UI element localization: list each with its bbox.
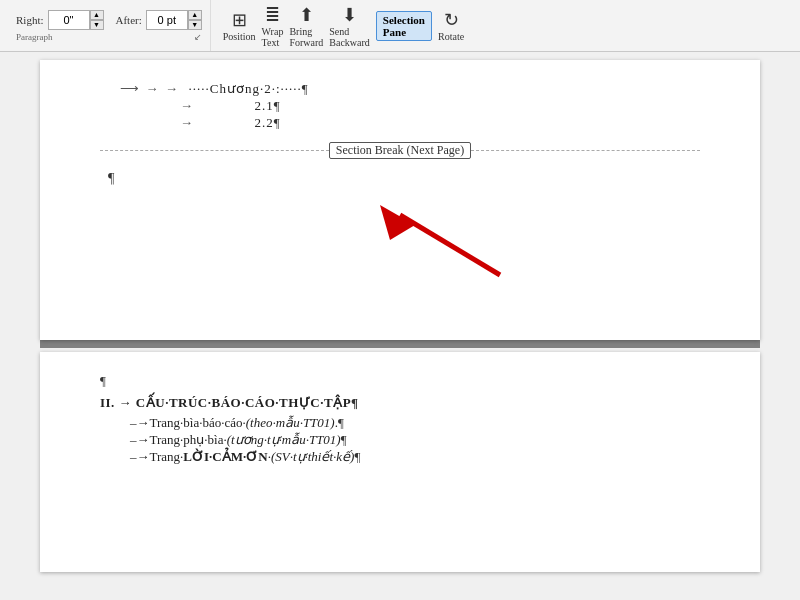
right-up-btn[interactable]: ▲ [90, 10, 104, 20]
section-break-label: Section Break (Next Page) [329, 142, 471, 159]
right-down-btn[interactable]: ▼ [90, 20, 104, 30]
right-label: Right: [16, 14, 44, 26]
after-spinner: ▲ ▼ [188, 10, 202, 30]
paragraph-label: Paragraph [16, 32, 52, 42]
page2-item-2: –→Trang·phụ·bìa·(tương·tự·mẫu·TT01) ¶ [100, 432, 700, 448]
after-up-btn[interactable]: ▲ [188, 10, 202, 20]
ribbon-toolbar: Right: ▲ ▼ After: ▲ ▼ Paragraph ↙ [0, 0, 800, 52]
right-input[interactable] [48, 10, 90, 30]
send-backward-button[interactable]: ⬇ SendBackward [329, 4, 370, 48]
paragraph-expand-icon[interactable]: ↙ [194, 32, 202, 42]
position-label: Position [223, 31, 256, 42]
selection-pane-label: SelectionPane [376, 11, 432, 41]
after-label: After: [116, 14, 142, 26]
rotate-label: Rotate [438, 31, 464, 42]
page2-heading: II. → CẤU·TRÚC·BÁO·CÁO·THỰC·TẬP ¶ [100, 395, 700, 411]
page-2: ¶ II. → CẤU·TRÚC·BÁO·CÁO·THỰC·TẬP ¶ –→Tr… [40, 352, 760, 572]
svg-marker-1 [380, 205, 415, 240]
toc-line-chung2: ⟶ → → ·····Chương·2·:····· ¶ [120, 81, 700, 97]
rotate-button[interactable]: ↻ Rotate [438, 9, 464, 42]
break-right-dashes [471, 150, 700, 151]
page-wrapper: ⟶ → → ·····Chương·2·:····· ¶ → 2.1 ¶ → 2… [0, 52, 800, 600]
send-backward-label: SendBackward [329, 26, 370, 48]
cursor-para-mark: ¶ [108, 171, 114, 186]
toc-section: ⟶ → → ·····Chương·2·:····· ¶ → 2.1 ¶ → 2… [120, 81, 700, 131]
page2-para-mark: ¶ [100, 373, 700, 389]
page-divider [40, 340, 760, 348]
section-break-line: Section Break (Next Page) [100, 141, 700, 159]
paragraph-row1: Right: ▲ ▼ After: ▲ ▼ [16, 10, 202, 30]
bring-forward-button[interactable]: ⬆ BringForward [289, 4, 323, 48]
right-spinner: ▲ ▼ [90, 10, 104, 30]
page2-item-3: –→Trang·LỜI·CẢM·ƠN·(SV·tự·thiết·kế) ¶ [100, 449, 700, 465]
paragraph-group: Right: ▲ ▼ After: ▲ ▼ Paragraph ↙ [8, 0, 211, 51]
wrap-text-button[interactable]: ≣ WrapText [262, 4, 284, 48]
wrap-text-label: WrapText [262, 26, 284, 48]
annotation-arrow [300, 185, 540, 295]
bring-forward-label: BringForward [289, 26, 323, 48]
page-1: ⟶ → → ·····Chương·2·:····· ¶ → 2.1 ¶ → 2… [40, 60, 760, 340]
arrange-group: ⊞ Position ≣ WrapText ⬆ BringForward ⬇ S… [215, 0, 472, 51]
after-input[interactable] [146, 10, 188, 30]
cursor-area: ¶ [108, 169, 700, 187]
toc-line-22: → 2.2 ¶ [120, 115, 700, 131]
position-button[interactable]: ⊞ Position [223, 9, 256, 42]
svg-line-0 [400, 215, 500, 275]
toc-line-21: → 2.1 ¶ [120, 98, 700, 114]
document-area: ⟶ → → ·····Chương·2·:····· ¶ → 2.1 ¶ → 2… [0, 52, 800, 600]
page2-item-1: –→Trang·bìa·báo·cáo·(theo·mẫu·TT01). ¶ [100, 415, 700, 431]
after-down-btn[interactable]: ▼ [188, 20, 202, 30]
break-left-dashes [100, 150, 329, 151]
selection-pane-button[interactable]: SelectionPane [376, 11, 432, 41]
